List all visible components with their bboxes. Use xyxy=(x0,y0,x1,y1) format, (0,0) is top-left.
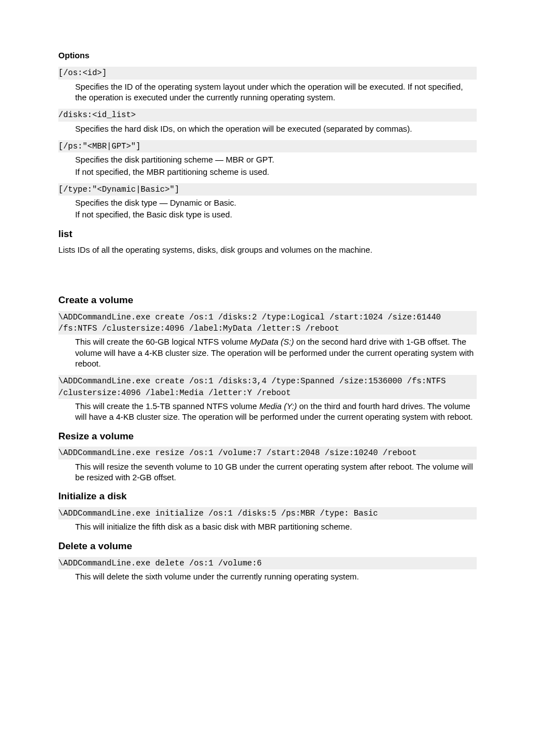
option-desc-os: Specifies the ID of the operating system… xyxy=(75,82,477,104)
option-code-type: [/type:"<Dynamic|Basic>"] xyxy=(58,183,477,196)
create-desc-1: This will create the 60-GB logical NTFS … xyxy=(75,337,477,369)
text-pre: This will create the 60-GB logical NTFS … xyxy=(75,337,250,346)
text: Specifies the hard disk IDs, on which th… xyxy=(75,124,477,134)
create-heading: Create a volume xyxy=(58,294,477,307)
option-code-disks: /disks:<id_list> xyxy=(58,109,477,121)
text-em: MyData (S:) xyxy=(250,337,294,346)
resize-heading: Resize a volume xyxy=(58,430,477,443)
text-pre: This will create the 1.5-TB spanned NTFS… xyxy=(75,402,259,411)
text: If not specified, the MBR partitioning s… xyxy=(75,167,477,178)
create-code-2: \ADDCommandLine.exe create /os:1 /disks:… xyxy=(58,375,477,398)
text: This will create the 60-GB logical NTFS … xyxy=(75,337,477,369)
create-desc-2: This will create the 1.5-TB spanned NTFS… xyxy=(75,401,477,423)
text: This will resize the seventh volume to 1… xyxy=(75,462,477,484)
initialize-desc: This will initialize the fifth disk as a… xyxy=(75,522,477,532)
options-heading: Options xyxy=(58,50,477,61)
list-body: Lists IDs of all the operating systems, … xyxy=(58,245,477,256)
list-heading: list xyxy=(58,228,477,240)
initialize-code: \ADDCommandLine.exe initialize /os:1 /di… xyxy=(58,507,477,520)
text: Specifies the disk partitioning scheme —… xyxy=(75,155,477,165)
delete-heading: Delete a volume xyxy=(58,540,477,553)
text: If not specified, the Basic disk type is… xyxy=(75,210,477,220)
option-desc-disks: Specifies the hard disk IDs, on which th… xyxy=(75,124,477,134)
text: This will initialize the fifth disk as a… xyxy=(75,522,477,532)
option-code-ps: [/ps:"<MBR|GPT>"] xyxy=(58,140,477,152)
resize-desc: This will resize the seventh volume to 1… xyxy=(75,462,477,484)
create-code-1: \ADDCommandLine.exe create /os:1 /disks:… xyxy=(58,311,477,335)
resize-code: \ADDCommandLine.exe resize /os:1 /volume… xyxy=(58,447,477,459)
delete-code: \ADDCommandLine.exe delete /os:1 /volume… xyxy=(58,557,477,569)
text-em: Media (Y:) xyxy=(259,402,297,411)
option-desc-ps: Specifies the disk partitioning scheme —… xyxy=(75,155,477,178)
text: This will create the 1.5-TB spanned NTFS… xyxy=(75,401,477,423)
initialize-heading: Initialize a disk xyxy=(58,490,477,503)
option-code-os: [/os:<id>] xyxy=(58,67,477,79)
text: Specifies the ID of the operating system… xyxy=(75,82,477,104)
text: This will delete the sixth volume under … xyxy=(75,572,477,582)
option-desc-type: Specifies the disk type — Dynamic or Bas… xyxy=(75,198,477,221)
delete-desc: This will delete the sixth volume under … xyxy=(75,572,477,582)
text: Specifies the disk type — Dynamic or Bas… xyxy=(75,198,477,208)
